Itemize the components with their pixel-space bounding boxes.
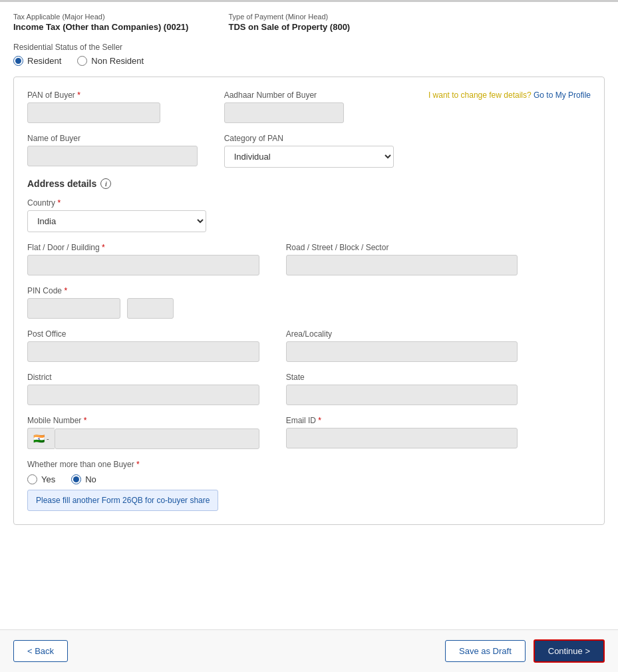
- flat-road-row: Flat / Door / Building * Road / Street /…: [27, 243, 591, 275]
- district-field: District BANGALORE: [27, 373, 259, 405]
- tax-applicable-value: Income Tax (Other than Companies) (0021): [13, 22, 188, 32]
- resident-radio[interactable]: [13, 56, 23, 66]
- country-code-selector[interactable]: 🇮🇳 -: [27, 428, 55, 449]
- pan-buyer-required: *: [77, 90, 80, 100]
- payment-type-value: TDS on Sale of Property (800): [228, 22, 350, 32]
- country-label: Country *: [27, 198, 206, 208]
- road-label: Road / Street / Block / Sector: [286, 243, 518, 252]
- email-required: *: [318, 416, 321, 425]
- pin-label: PIN Code *: [27, 286, 194, 295]
- more-buyers-section: Whether more than one Buyer * Yes No Ple…: [27, 460, 591, 511]
- address-info-icon[interactable]: i: [100, 178, 111, 189]
- more-buyers-required: *: [136, 460, 140, 469]
- footer-bar: < Back Save as Draft Continue >: [0, 629, 618, 672]
- flat-required: *: [102, 243, 105, 252]
- area-locality-input[interactable]: [286, 341, 518, 362]
- india-flag-icon: 🇮🇳: [33, 433, 45, 444]
- non-resident-option[interactable]: Non Resident: [77, 56, 144, 66]
- postoffice-area-row: Post Office Area/Locality: [27, 329, 591, 362]
- pan-buyer-input[interactable]: [27, 102, 160, 123]
- payment-type-label: Type of Payment (Minor Head): [228, 13, 350, 21]
- state-input[interactable]: Karnataka: [286, 385, 518, 405]
- payment-type-field: Type of Payment (Minor Head) TDS on Sale…: [228, 13, 350, 32]
- district-state-row: District BANGALORE State Karnataka: [27, 373, 591, 405]
- more-buyers-yes-option[interactable]: Yes: [27, 474, 55, 484]
- category-pan-select[interactable]: Individual HUF Company Firm AOP/BOI Trus…: [224, 146, 394, 168]
- residential-status-radio-group: Resident Non Resident: [13, 56, 605, 66]
- pan-buyer-field: PAN of Buyer *: [27, 90, 198, 123]
- address-section-title: Address details i: [27, 178, 591, 189]
- state-label: State: [286, 373, 518, 382]
- aadhaar-input[interactable]: [224, 102, 344, 123]
- post-office-label: Post Office: [27, 329, 259, 339]
- non-resident-label: Non Resident: [91, 56, 144, 66]
- more-buyers-label: Whether more than one Buyer *: [27, 460, 591, 469]
- more-buyers-no-label: No: [85, 474, 96, 484]
- mobile-required: *: [84, 416, 87, 425]
- email-label: Email ID *: [286, 416, 518, 425]
- district-input[interactable]: BANGALORE: [27, 385, 259, 405]
- pin-row-wrapper: PIN Code *: [27, 286, 591, 319]
- country-field: Country * India USA UK Others: [27, 198, 206, 232]
- name-buyer-field: Name of Buyer: [27, 134, 198, 166]
- name-buyer-input[interactable]: [27, 146, 198, 166]
- more-buyers-yes-radio[interactable]: [27, 474, 37, 484]
- country-required: *: [57, 198, 61, 208]
- aadhaar-field: Aadhaar Number of Buyer: [224, 90, 394, 123]
- post-office-input[interactable]: [27, 341, 259, 362]
- flat-input[interactable]: [27, 255, 259, 275]
- draft-label: Save as Draft: [459, 646, 512, 656]
- area-locality-label: Area/Locality: [286, 329, 518, 339]
- profile-hint-text: I want to change few details?: [428, 90, 532, 100]
- post-office-field: Post Office: [27, 329, 259, 362]
- pin-verify-input[interactable]: [127, 298, 174, 319]
- form-card: PAN of Buyer * Aadhaar Number of Buyer I…: [13, 77, 605, 525]
- country-row: Country * India USA UK Others: [27, 198, 591, 232]
- back-label: < Back: [27, 646, 54, 656]
- footer-right: Save as Draft Continue >: [445, 639, 605, 663]
- non-resident-radio[interactable]: [77, 56, 87, 66]
- country-select[interactable]: India USA UK Others: [27, 210, 206, 232]
- pin-code-input[interactable]: [27, 298, 120, 319]
- more-buyers-yes-label: Yes: [41, 474, 55, 484]
- tax-applicable-field: Tax Applicable (Major Head) Income Tax (…: [13, 13, 188, 32]
- continue-button[interactable]: Continue >: [534, 639, 605, 663]
- mobile-email-row: Mobile Number * 🇮🇳 - Email ID *: [27, 416, 591, 449]
- email-input[interactable]: [286, 428, 518, 448]
- save-draft-button[interactable]: Save as Draft: [445, 640, 526, 662]
- more-buyers-no-radio[interactable]: [71, 474, 81, 484]
- road-input[interactable]: [286, 255, 518, 275]
- profile-link-section: I want to change few details? Go to My P…: [420, 90, 591, 100]
- aadhaar-label: Aadhaar Number of Buyer: [224, 90, 394, 100]
- go-to-profile-link[interactable]: Go to My Profile: [534, 90, 591, 100]
- pin-field: PIN Code *: [27, 286, 194, 319]
- residential-status-label: Residential Status of the Seller: [13, 43, 605, 52]
- more-buyers-radio-group: Yes No: [27, 474, 591, 484]
- category-pan-field: Category of PAN Individual HUF Company F…: [224, 134, 394, 168]
- mobile-number-input[interactable]: [55, 428, 259, 449]
- back-button[interactable]: < Back: [13, 640, 68, 662]
- resident-label: Resident: [27, 56, 61, 66]
- area-locality-field: Area/Locality: [286, 329, 518, 362]
- category-pan-label: Category of PAN: [224, 134, 394, 143]
- mobile-input-group: 🇮🇳 -: [27, 428, 259, 449]
- road-field: Road / Street / Block / Sector: [286, 243, 518, 275]
- name-buyer-label: Name of Buyer: [27, 134, 198, 143]
- state-field: State Karnataka: [286, 373, 518, 405]
- continue-label: Continue >: [548, 646, 590, 656]
- flat-label: Flat / Door / Building *: [27, 243, 259, 252]
- resident-option[interactable]: Resident: [13, 56, 61, 66]
- mobile-label: Mobile Number *: [27, 416, 259, 425]
- pan-buyer-label: PAN of Buyer *: [27, 90, 198, 100]
- more-buyers-no-option[interactable]: No: [71, 474, 96, 484]
- pan-aadhaar-row: PAN of Buyer * Aadhaar Number of Buyer I…: [27, 90, 591, 123]
- pin-required: *: [64, 286, 67, 295]
- district-label: District: [27, 373, 259, 382]
- co-buyer-notice: Please fill another Form 26QB for co-buy…: [27, 490, 218, 511]
- pin-inputs: [27, 298, 194, 319]
- email-field: Email ID *: [286, 416, 518, 448]
- tax-applicable-label: Tax Applicable (Major Head): [13, 13, 188, 21]
- name-category-row: Name of Buyer Category of PAN Individual…: [27, 134, 591, 168]
- residential-status-section: Residential Status of the Seller Residen…: [13, 43, 605, 66]
- flat-field: Flat / Door / Building *: [27, 243, 259, 275]
